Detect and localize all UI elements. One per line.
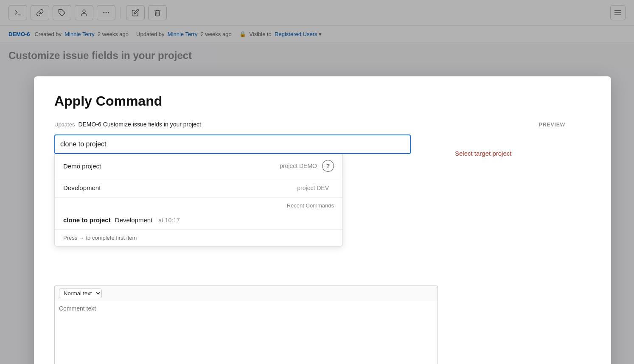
modal-left: clone to project Demo project project DE…	[54, 134, 438, 364]
comment-textarea[interactable]	[54, 301, 438, 364]
updates-issue: DEMO-6 Customize issue fields in your pr…	[78, 121, 201, 128]
dropdown-item-development[interactable]: Development project DEV	[55, 178, 342, 198]
dropdown-item-demo-project-name: Demo project	[63, 162, 165, 170]
comment-area: Normal text	[54, 286, 438, 364]
help-icon: ?	[322, 160, 334, 172]
recent-commands-label: Recent Commands	[55, 198, 342, 211]
modal-title: Apply Command	[54, 93, 591, 109]
modal-body: clone to project Demo project project DE…	[54, 134, 591, 364]
preview-section: Select target project	[455, 150, 591, 157]
apply-command-modal: Apply Command Updates DEMO-6 Customize i…	[34, 76, 611, 364]
dropdown-item-demo-project[interactable]: Demo project project DEMO ?	[55, 154, 342, 178]
dropdown-hint: Press → to complete first item	[55, 230, 342, 246]
spacer: Normal text Visible to Same	[54, 286, 438, 364]
preview-header-label: PREVIEW	[539, 122, 591, 128]
modal-right: Select target project	[455, 134, 591, 364]
recent-item-normal: Development	[113, 216, 153, 224]
dropdown-item-demo-project-id: project DEMO	[165, 162, 322, 169]
updates-label: Updates	[54, 121, 75, 128]
recent-item-bold: clone to project	[63, 216, 111, 224]
preview-select-target: Select target project	[455, 150, 591, 157]
dropdown-item-development-name: Development	[63, 184, 165, 191]
dropdown-recent-item[interactable]: clone to project Development at 10:17	[55, 211, 342, 229]
dropdown-item-development-id: project DEV	[165, 185, 334, 191]
dropdown-projects-section: Demo project project DEMO ? Development …	[55, 154, 342, 198]
command-input-wrapper: clone to project Demo project project DE…	[54, 134, 438, 154]
recent-item-time: at 10:17	[158, 217, 180, 224]
command-dropdown: Demo project project DEMO ? Development …	[54, 154, 343, 246]
comment-format-select[interactable]: Normal text	[59, 288, 102, 298]
command-input[interactable]: clone to project	[54, 134, 411, 154]
comment-format-toolbar: Normal text	[54, 286, 438, 301]
updates-row: Updates DEMO-6 Customize issue fields in…	[54, 121, 591, 128]
